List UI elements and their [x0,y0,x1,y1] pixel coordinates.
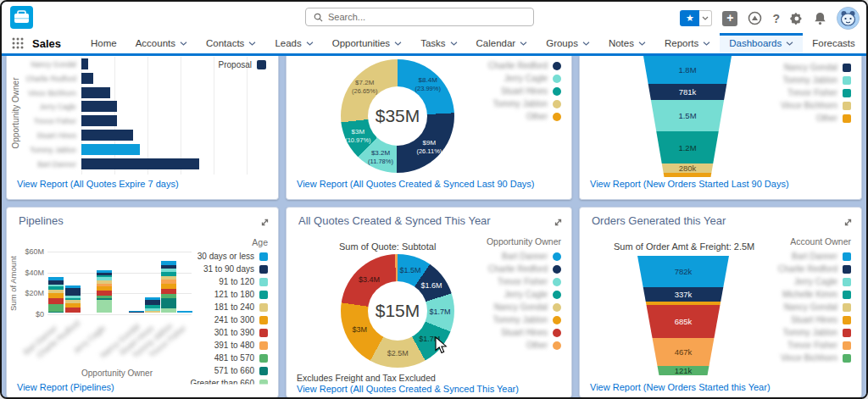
funnel-segment[interactable]: 685k [637,305,729,338]
stacked-bar-segment [161,308,176,313]
tab-opportunities[interactable]: Opportunities [323,33,411,53]
view-report-link[interactable]: View Report (All Quotes Created & Synced… [297,179,534,189]
legend-item[interactable]: Michelle Kimm [782,290,851,299]
bar[interactable] [81,58,88,69]
category-label: Bart Danner [10,160,76,169]
tab-accounts[interactable]: Accounts [126,33,197,53]
funnel-segment[interactable]: 467k [637,338,729,366]
legend-item[interactable]: Charlie Redford [778,264,851,274]
legend-item[interactable]: 301 to 390 [214,328,268,337]
stacked-bar[interactable] [65,285,81,313]
legend-item[interactable]: Jerry Cagle [794,277,851,286]
tab-files[interactable]: Files [865,33,868,53]
legend-item[interactable]: Nancy Gondal [784,302,851,312]
funnel-segment[interactable] [637,302,729,305]
chevron-down-icon [582,42,590,46]
tab-groups[interactable]: Groups [537,33,599,53]
legend-item[interactable]: 30 days or less [198,252,268,261]
legend-item[interactable]: Bart Danner [502,252,561,261]
legend-item[interactable]: Stuart Hines [501,328,561,337]
funnel-segment[interactable]: 337k [637,287,729,302]
tab-reports[interactable]: Reports [655,33,720,53]
legend-item[interactable]: Stuart Hines [791,315,851,324]
bar[interactable] [81,158,199,169]
funnel-segment[interactable]: 781k [643,84,732,100]
legend-item[interactable]: Stuart Hines [501,86,561,96]
legend-item[interactable]: Jerry Cagle [504,290,561,299]
legend-item[interactable]: 121 to 180 [214,290,268,299]
legend-item[interactable]: Other [526,112,561,121]
view-report-link[interactable]: View Report (All Quotes Expire 7 days) [17,179,179,189]
bar[interactable] [81,101,117,112]
setup-button[interactable] [790,12,804,25]
notifications-button[interactable] [814,12,826,25]
stacked-bar[interactable] [48,277,64,313]
view-report-link[interactable]: View Report (Pipelines) [17,382,114,392]
help-button[interactable]: ? [772,12,780,25]
legend-item[interactable]: 241 to 300 [214,315,268,324]
legend-dot-swatch [553,265,561,274]
legend-item[interactable]: Greater than 660 [190,379,268,388]
view-report-link[interactable]: View Report (New Orders Started Last 90 … [590,179,789,189]
tab-dashboards[interactable]: Dashboards [720,33,803,53]
legend-item[interactable]: Jerry Cagle [504,74,561,83]
legend-item[interactable]: 181 to 240 [214,302,268,312]
salesforce-logo[interactable] [10,6,33,29]
legend-item[interactable]: 481 to 570 [214,353,268,363]
legend-item[interactable]: Tommy Jablon [493,315,561,324]
funnel-segment[interactable]: 121k [637,366,729,375]
legend-item[interactable]: Trevor Fisher [787,341,851,350]
legend-item[interactable]: Nancy Gondal [784,63,851,72]
global-actions-button[interactable]: + [722,11,737,26]
legend-item[interactable]: Tommy Jablon [783,75,851,85]
stacked-bar[interactable] [145,297,160,313]
legend-item[interactable]: 91 to 120 [219,277,268,286]
funnel-segment[interactable]: 1.5M [643,100,732,131]
legend-item[interactable]: Charlie Redford [488,61,561,70]
avatar[interactable] [837,7,860,30]
legend-item[interactable]: Tommy Jablon [783,328,851,337]
legend-square-swatch [843,89,851,97]
legend-item[interactable]: Bart Danner [792,252,851,261]
bar[interactable] [81,144,140,155]
stacked-bar[interactable] [177,311,192,313]
funnel-segment[interactable]: 782k [637,256,729,287]
tab-leads[interactable]: Leads [265,33,322,53]
funnel-segment[interactable] [643,173,732,177]
tab-tasks[interactable]: Tasks [411,33,466,53]
stacked-bar[interactable] [97,270,112,313]
tab-home[interactable]: Home [81,33,126,53]
funnel-segment[interactable]: 280k [643,163,732,173]
view-report-link[interactable]: View Report (New Orders Started this Yea… [590,382,771,392]
legend-item[interactable]: 31 to 90 days [203,264,268,274]
funnel-segment[interactable]: 1.8M [643,56,732,84]
favorites-caret-button[interactable] [699,10,712,26]
legend-item[interactable]: Trevor Fisher [498,277,561,286]
legend-item[interactable]: Other [816,114,851,123]
tab-forecasts[interactable]: Forecasts [803,33,865,53]
tab-calendar[interactable]: Calendar [467,33,537,53]
funnel-segment[interactable]: 1.2M [643,131,732,163]
view-report-link[interactable]: View Report (All Quotes Created & Synced… [297,384,519,394]
legend-item[interactable]: Nancy Gondal [494,302,561,312]
legend-item[interactable]: Trevor Fisher [787,88,851,97]
stacked-bar[interactable] [161,261,176,313]
tab-contacts[interactable]: Contacts [197,33,265,53]
bar[interactable] [81,130,133,141]
bar[interactable] [81,73,93,84]
guidance-center-button[interactable] [748,11,762,25]
legend-item[interactable]: 571 to 660 [214,366,268,375]
legend-item[interactable]: Vince Bichhorn [781,353,851,363]
tab-notes[interactable]: Notes [599,33,655,53]
legend-item[interactable]: Tommy Jablon [493,99,561,108]
bar[interactable] [81,115,117,126]
global-search-input[interactable]: Search... [305,8,534,26]
stacked-bar[interactable] [129,311,144,313]
favorites-star-button[interactable]: ★ [680,10,699,26]
bar[interactable] [81,87,110,98]
legend-item[interactable]: Other [526,341,561,350]
legend-item[interactable]: Vince Bichhorn [781,101,851,110]
app-launcher-button[interactable] [12,37,24,49]
legend-item[interactable]: Charlie Redford [488,264,561,274]
legend-item[interactable]: 391 to 480 [214,341,268,350]
